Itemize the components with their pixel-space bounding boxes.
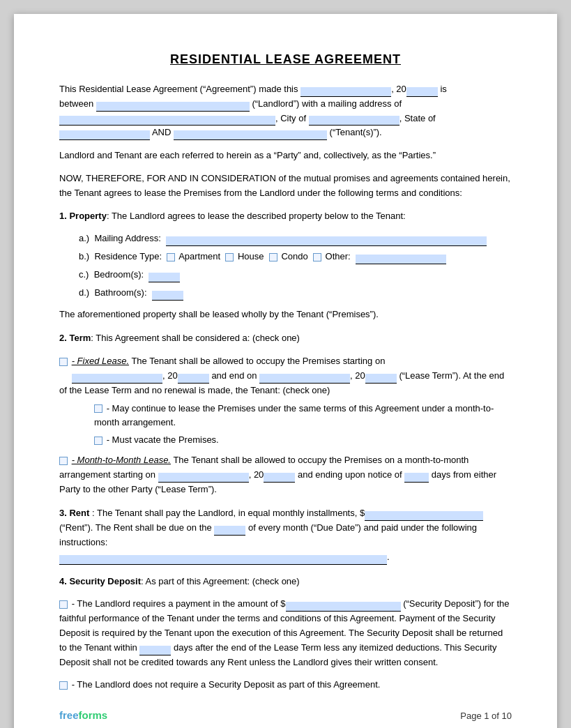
intro-line1: This Residential Lease Agreement (“Agree… [59,84,298,94]
bathrooms-field[interactable] [152,291,183,301]
section-2: 2. Term: This Agreement shall be conside… [59,331,512,496]
condo-checkbox[interactable] [269,253,277,261]
month-start-field[interactable] [158,473,249,483]
vacate-checkbox[interactable] [94,437,102,445]
month-to-month-option: - Month-to-Month Lease. The Tenant shall… [59,453,512,496]
other-checkbox[interactable] [313,253,321,261]
section-4: 4. Security Deposit: As part of this Agr… [59,575,512,693]
landlord-name-field[interactable] [96,102,250,112]
section2-header: 2. Term [59,333,91,343]
fixed-end-date-field[interactable] [259,374,350,384]
bedrooms-field[interactable] [149,273,180,282]
fixed-lease-option: - Fixed Lease. The Tenant shall be allow… [59,354,512,397]
section1-header-line: 1. Property: The Landlord agrees to leas… [59,209,512,224]
fixed-label: - Fixed Lease. [72,356,129,366]
date-field[interactable] [300,87,391,97]
fixed-start-year-field[interactable] [178,374,209,384]
tenant-name-field[interactable] [174,130,327,140]
fixed-lease-checkbox[interactable] [59,358,68,366]
consideration-text: NOW, THEREFORE, FOR AND IN CONSIDERATION… [59,172,512,201]
item-b: b.) Residence Type: Apartment House Cond… [79,250,512,264]
section4-header: 4. Security Deposit [59,576,141,586]
section1-header: 1. Property [59,211,107,221]
item-c: c.) Bedroom(s): [79,268,512,282]
city-field[interactable] [309,116,399,126]
year-field[interactable] [406,87,438,97]
other-residence-field[interactable] [356,255,446,264]
payment-instructions-field[interactable] [59,555,387,565]
mailing-address-property-field[interactable] [166,236,487,246]
rent-amount-field[interactable] [365,511,483,521]
fixed-start-date-field[interactable] [72,374,162,384]
security-not-required-checkbox[interactable] [59,681,68,690]
due-date-field[interactable] [214,526,245,536]
security-option1: - The Landlord requires a payment in the… [59,597,512,669]
notice-days-field[interactable] [404,473,429,483]
month-label: - Month-to-Month Lease. [72,455,171,465]
mailing-address-field[interactable] [59,116,275,126]
fixed-end-year-field[interactable] [365,374,397,384]
fixed-lease-suboptions: - May continue to lease the Premises und… [94,402,512,448]
sub-option-vacate: - Must vacate the Premises. [94,433,512,448]
footer: freeforms Page 1 of 10 [59,709,512,721]
continue-checkbox[interactable] [94,404,102,413]
intro-paragraph: This Residential Lease Agreement (“Agree… [59,82,512,140]
section3-header: 3. Rent [59,508,89,518]
apartment-checkbox[interactable] [167,253,175,261]
document-title: RESIDENTIAL LEASE AGREEMENT [59,52,512,67]
section4-header-line: 4. Security Deposit: As part of this Agr… [59,575,512,589]
security-amount-field[interactable] [286,602,401,612]
freeforms-logo: freeforms [59,709,107,721]
security-required-checkbox[interactable] [59,600,68,609]
logo-forms: forms [79,709,108,721]
security-option2: - The Landlord does not require a Securi… [59,678,512,692]
premises-note: The aforementioned property shall be lea… [59,308,512,322]
house-checkbox[interactable] [225,253,234,261]
page-number: Page 1 of 10 [460,711,512,721]
logo-free: free [59,709,79,721]
state-field[interactable] [59,130,150,140]
item-d: d.) Bathroom(s): [79,286,512,301]
month-start-year-field[interactable] [264,473,295,483]
section1-items: a.) Mailing Address: b.) Residence Type:… [79,232,512,300]
party-note: Landlord and Tenant are each referred to… [59,149,512,163]
security-return-days-field[interactable] [139,646,171,655]
item-a: a.) Mailing Address: [79,232,512,246]
section-1: 1. Property: The Landlord agrees to leas… [59,209,512,322]
section-3: 3. Rent : The Tenant shall pay the Landl… [59,506,512,564]
section2-header-line: 2. Term: This Agreement shall be conside… [59,331,512,346]
document-page: RESIDENTIAL LEASE AGREEMENT This Residen… [14,14,557,728]
section3-content: 3. Rent : The Tenant shall pay the Landl… [59,506,512,564]
sub-option-continue: - May continue to lease the Premises und… [94,402,512,431]
month-checkbox[interactable] [59,457,68,465]
